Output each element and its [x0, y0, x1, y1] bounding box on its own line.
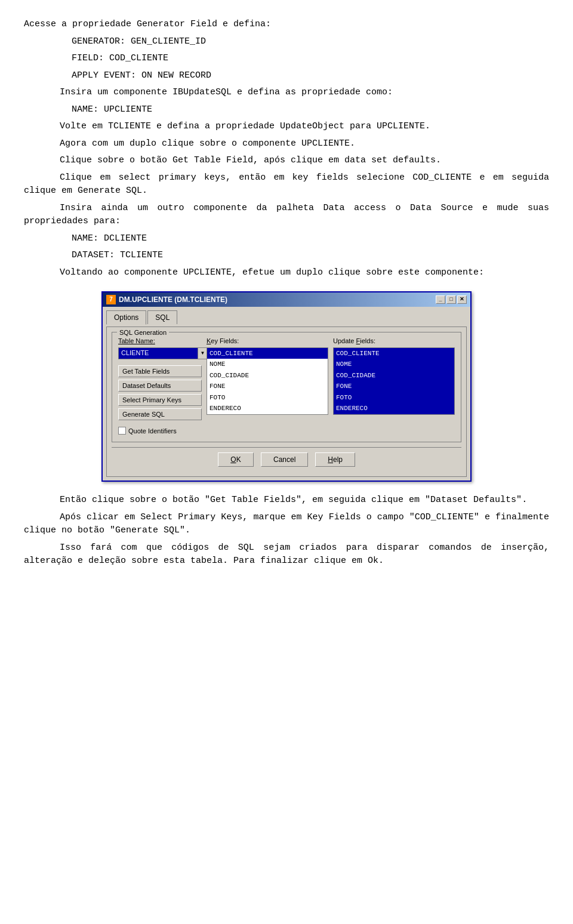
- update-fields-col: Update Fields: COD_CLIENTE NOME COD_CIDA…: [333, 336, 455, 436]
- key-fields-listbox[interactable]: COD_CLIENTE NOME COD_CIDADE FONE FOTO EN…: [207, 347, 328, 415]
- maximize-button[interactable]: □: [446, 295, 456, 304]
- list-item[interactable]: FONE: [334, 381, 454, 392]
- paragraph-after-3: Isso fará com que códigos de SQL sejam c…: [24, 541, 549, 568]
- quote-identifiers-checkbox[interactable]: [118, 427, 126, 435]
- paragraph-dataset: DATASET: TCLIENTE: [72, 249, 549, 263]
- generate-sql-button[interactable]: Generate SQL: [118, 408, 202, 420]
- list-item[interactable]: FOTO: [334, 392, 454, 404]
- update-fields-listbox[interactable]: COD_CLIENTE NOME COD_CIDADE FONE FOTO EN…: [333, 347, 455, 415]
- dialog-icon: 7: [106, 295, 116, 304]
- dialog-controls: _ □ ✕: [436, 295, 467, 304]
- page-content: Acesse a propriedade Generator Field e d…: [24, 18, 549, 568]
- list-item[interactable]: COD_CIDADE: [207, 370, 328, 381]
- key-fields-label: Key Fields:: [207, 336, 328, 346]
- dataset-defaults-button[interactable]: Dataset Defaults: [118, 380, 202, 392]
- main-row: Table Name: CLIENTE ▼ Get Table Fields D…: [118, 336, 455, 436]
- sql-gen-legend: SQL Generation: [117, 328, 169, 338]
- select-primary-keys-button[interactable]: Select Primary Keys: [118, 394, 202, 406]
- paragraph-apply: APPLY EVENT: ON NEW RECORD: [72, 69, 549, 83]
- list-item[interactable]: ENDERECO: [334, 403, 454, 414]
- list-item[interactable]: COD_CIDADE: [334, 370, 454, 381]
- paragraph-generator: GENERATOR: GEN_CLIENTE_ID: [72, 35, 549, 49]
- dialog-window: 7 DM.UPCLIENTE (DM.TCLIENTE) _ □ ✕ Optio…: [101, 291, 472, 482]
- paragraph-clique-get: Clique sobre o botão Get Table Field, ap…: [24, 154, 549, 168]
- dialog-container: 7 DM.UPCLIENTE (DM.TCLIENTE) _ □ ✕ Optio…: [24, 291, 549, 482]
- combo-value: CLIENTE: [119, 348, 198, 359]
- list-item[interactable]: COD_CLIENTE: [207, 348, 328, 359]
- tab-sql[interactable]: SQL: [147, 310, 177, 324]
- list-item[interactable]: FONE: [207, 381, 328, 392]
- paragraph-agora: Agora com um duplo clique sobre o compon…: [24, 137, 549, 151]
- sql-generation-group: SQL Generation Table Name: CLIENTE ▼: [112, 332, 461, 442]
- titlebar-left: 7 DM.UPCLIENTE (DM.TCLIENTE): [106, 294, 227, 305]
- help-button[interactable]: Help: [315, 452, 355, 467]
- paragraph-clique-select: Clique em select primary keys, então em …: [24, 171, 549, 198]
- list-item[interactable]: NOME: [207, 359, 328, 370]
- quote-identifiers-label: Quote Identifiers: [128, 426, 177, 436]
- dialog-title: DM.UPCLIENTE (DM.TCLIENTE): [119, 294, 227, 305]
- dialog-tabs: Options SQL: [106, 310, 467, 324]
- quote-identifiers-row: Quote Identifiers: [118, 426, 202, 436]
- list-item[interactable]: ENDERECO: [207, 403, 328, 414]
- paragraph-insira: Insira ainda um outro componente da palh…: [24, 202, 549, 229]
- table-name-label-area: Table Name: CLIENTE ▼: [118, 336, 202, 359]
- left-col: Table Name: CLIENTE ▼ Get Table Fields D…: [118, 336, 202, 436]
- paragraph-after-2: Após clicar em Select Primary Keys, marq…: [24, 511, 549, 538]
- paragraph-name-up: NAME: UPCLIENTE: [72, 103, 549, 117]
- list-item[interactable]: COD_CLIENTE: [334, 348, 454, 359]
- minimize-button[interactable]: _: [436, 295, 445, 304]
- action-buttons: Get Table Fields Dataset Defaults Select…: [118, 365, 202, 420]
- list-item[interactable]: FOTO: [207, 392, 328, 404]
- paragraph-after-1: Então clique sobre o botão "Get Table Fi…: [24, 494, 549, 507]
- paragraph-ibupdate: Insira um componente IBUpdateSQL e defin…: [24, 86, 549, 100]
- key-fields-col: Key Fields: COD_CLIENTE NOME COD_CIDADE …: [207, 336, 328, 436]
- ok-button[interactable]: OK: [218, 452, 254, 467]
- combo-arrow-icon[interactable]: ▼: [198, 348, 207, 359]
- close-button[interactable]: ✕: [457, 295, 467, 304]
- get-table-fields-button[interactable]: Get Table Fields: [118, 365, 202, 377]
- paragraph-volte: Volte em TCLIENTE e defina a propriedade…: [24, 120, 549, 134]
- dialog-titlebar: 7 DM.UPCLIENTE (DM.TCLIENTE) _ □ ✕: [103, 292, 470, 307]
- dialog-footer: OK Cancel Help: [112, 447, 461, 472]
- dialog-body: Options SQL SQL Generation Table Name:: [103, 307, 470, 481]
- paragraph-name-d: NAME: DCLIENTE: [72, 232, 549, 246]
- tab-options[interactable]: Options: [106, 310, 146, 325]
- paragraph-field: FIELD: COD_CLIENTE: [72, 52, 549, 66]
- list-item[interactable]: NOME: [334, 359, 454, 370]
- update-fields-label: Update Fields:: [333, 336, 455, 346]
- table-name-combo[interactable]: CLIENTE ▼: [118, 347, 208, 359]
- cancel-button[interactable]: Cancel: [261, 452, 308, 467]
- paragraph-voltando: Voltando ao componente UPCLIENTE, efetue…: [24, 266, 549, 280]
- dialog-content: SQL Generation Table Name: CLIENTE ▼: [106, 327, 467, 477]
- paragraph-1: Acesse a propriedade Generator Field e d…: [24, 18, 549, 32]
